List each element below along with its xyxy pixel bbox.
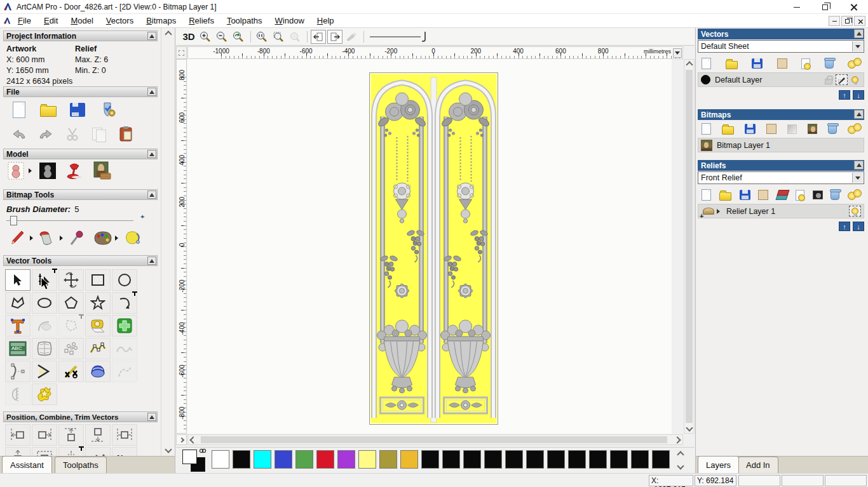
zoom-1to1-button[interactable] [254,30,269,44]
toggle-3d-view-button[interactable]: 3D [181,30,196,44]
relief-layer-row[interactable]: Relief Layer 1 [698,204,864,218]
expand-arrow-icon[interactable] [60,236,63,241]
tool-create-circle[interactable] [112,269,137,291]
palette-swatch-6[interactable] [337,450,355,469]
vector-sheet-dropdown[interactable]: Default Sheet [698,40,864,53]
brush-slider-track[interactable] [6,220,133,221]
drawing-viewport[interactable] [187,59,672,434]
vertical-scroll-thumb[interactable] [686,70,693,423]
menu-window[interactable]: Window [269,16,311,25]
collapse-button[interactable] [147,88,156,96]
delete-layer-button[interactable] [825,58,834,69]
previous-bitmap-layer-button[interactable] [311,30,326,44]
delete-relief-layer-button[interactable] [831,190,839,200]
palette-swatch-5[interactable] [316,450,334,469]
palette-swatch-16[interactable] [547,450,565,469]
toggle-sheet-visibility-button[interactable] [801,58,810,69]
tool-nest-vectors[interactable]: Nes [112,447,137,456]
collapse-button[interactable] [147,257,156,265]
move-layer-down-button[interactable]: ↓ [853,90,864,100]
model-properties-button[interactable] [97,100,117,119]
ruler-units-button[interactable] [673,48,682,58]
pick-colour-button[interactable] [67,229,88,248]
redo-button[interactable] [36,124,56,143]
zoom-in-button[interactable] [198,30,213,44]
scroll-up-button[interactable] [684,60,694,70]
tool-text-block[interactable]: ABC [5,338,31,359]
collapse-button[interactable] [147,413,156,421]
tool-centre-in-selection[interactable] [32,447,57,456]
link-colours-icon[interactable] [199,448,207,454]
palette-swatch-8[interactable] [379,450,397,469]
primary-secondary-colour-indicator[interactable] [182,450,213,472]
tool-bisector[interactable] [32,361,57,382]
tool-measure[interactable] [85,315,111,337]
scroll-down-button[interactable] [161,444,175,455]
menu-vectors[interactable]: Vectors [100,16,140,25]
tool-mirror-vectors[interactable] [5,384,31,405]
save-model-button[interactable] [67,100,88,119]
tool-create-arc[interactable] [112,292,137,314]
horizontal-scroll-thumb[interactable] [201,436,667,443]
open-relief-layer-button[interactable] [719,192,731,201]
move-layer-up-button[interactable]: ↑ [839,222,850,231]
undo-button[interactable] [9,124,29,143]
layer-name[interactable]: Relief Layer 1 [726,207,775,216]
toggle-all-bitmaps-button[interactable] [848,123,860,135]
zoom-fit-button[interactable] [271,30,286,44]
tool-nesting-dots[interactable] [85,447,111,456]
tool-create-text[interactable] [5,315,31,337]
palette-swatch-2[interactable] [254,450,271,469]
duplicate-relief-button[interactable] [758,190,768,200]
colour-palette-button[interactable] [93,229,113,248]
collapse-button[interactable] [147,190,156,199]
palette-swatch-12[interactable] [463,450,481,469]
zoom-out-button[interactable] [214,30,229,44]
palette-swatch-13[interactable] [484,450,502,469]
zoom-previous-button[interactable] [231,30,246,44]
expand-arrow-icon[interactable] [717,209,720,214]
layer-visibility-button[interactable] [849,74,861,85]
primary-colour-swatch[interactable] [182,450,197,464]
palette-swatch-18[interactable] [589,450,607,469]
greyscale-preview-button[interactable] [6,161,27,180]
collapse-button[interactable] [147,32,156,40]
tool-transform-vectors[interactable] [58,269,84,291]
minimize-button[interactable] [782,0,811,14]
tab-toolpaths[interactable]: Toolpaths [55,457,107,473]
new-model-button[interactable] [9,100,29,119]
brush-slider-handle[interactable] [10,216,17,225]
tool-align-bottom[interactable] [85,424,111,446]
slider-handle[interactable] [422,32,426,42]
tool-centre-in-page[interactable] [5,447,31,456]
mdi-restore-button[interactable] [841,16,853,26]
lighting-button[interactable] [64,161,85,180]
toggle-relief-visibility-button[interactable] [796,190,804,201]
expand-arrow-icon[interactable] [29,168,32,173]
next-bitmap-layer-button[interactable] [327,30,342,44]
menu-help[interactable]: Help [311,16,341,25]
paint-tool-button[interactable] [8,229,28,248]
horizontal-scrollbar[interactable] [187,434,683,445]
tool-offset-vectors[interactable] [58,315,84,337]
new-relief-layer-button[interactable] [702,189,711,201]
menu-reliefs[interactable]: Reliefs [182,16,220,25]
relief-side-dropdown[interactable]: Front Relief [698,171,864,184]
palette-swatch-7[interactable] [358,450,376,469]
tab-add-in[interactable]: Add In [738,457,778,473]
tab-assistant[interactable]: Assistant [2,456,52,473]
dropdown-button[interactable] [852,41,863,51]
tool-wrap-vectors[interactable] [32,384,57,405]
ruler-origin-box[interactable] [176,46,187,59]
tool-vector-doctor[interactable] [85,361,111,382]
expand-arrow-icon[interactable] [115,236,118,241]
menu-edit[interactable]: Edit [37,16,64,25]
cut-button[interactable] [62,124,83,143]
tool-align-centre[interactable] [112,424,137,446]
tool-paste-vector[interactable] [112,315,137,337]
close-button[interactable] [839,0,868,14]
snap-layer-button[interactable] [836,74,848,85]
save-vector-layer-button[interactable] [752,58,763,69]
tab-layers[interactable]: Layers [698,456,739,473]
mdi-minimize-button[interactable] [829,16,840,26]
